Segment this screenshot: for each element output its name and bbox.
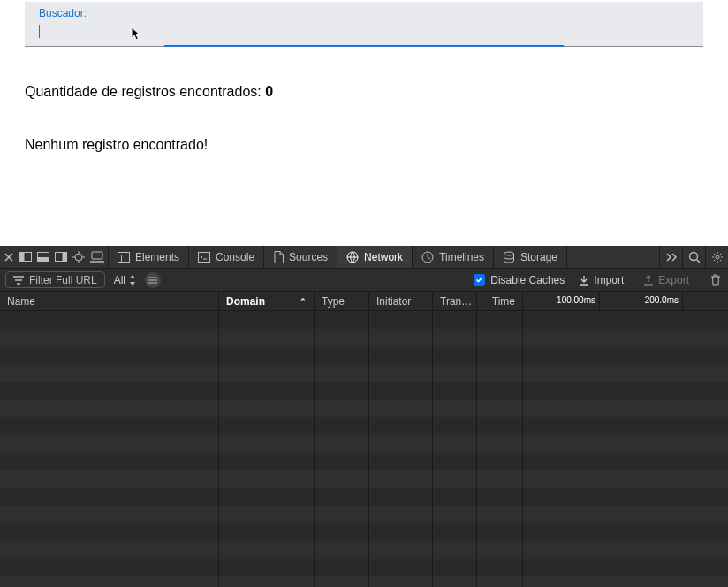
timeline-tick-label: 100.00ms [557, 295, 599, 305]
col-header-initiator[interactable]: Initiator [369, 292, 433, 310]
target-icon[interactable] [72, 251, 85, 263]
close-icon[interactable] [4, 252, 14, 263]
col-header-name[interactable]: Name [0, 292, 219, 310]
dock-right-icon[interactable] [55, 252, 67, 262]
tab-storage-label: Storage [520, 251, 557, 263]
disable-caches-toggle[interactable]: Disable Caches [474, 274, 565, 286]
devtools-panel: Elements Console Sources Network Timelin… [0, 246, 728, 587]
lines-icon [148, 277, 157, 284]
search-icon [688, 251, 701, 263]
table-row [0, 311, 728, 329]
table-row [0, 435, 728, 453]
tab-timelines-label: Timelines [439, 251, 484, 263]
network-table-body [0, 311, 728, 587]
dock-bottom-icon[interactable] [37, 252, 49, 262]
table-row [0, 576, 728, 587]
device-icon[interactable] [90, 251, 104, 263]
sort-asc-icon: ⌃ [300, 297, 307, 306]
filter-icon [13, 276, 24, 285]
sources-icon [273, 251, 284, 263]
export-button: Export [638, 274, 694, 286]
svg-rect-5 [63, 253, 67, 262]
export-label: Export [658, 274, 689, 286]
tab-sources-label: Sources [289, 251, 328, 263]
checkbox-checked-icon [474, 274, 485, 286]
svg-rect-9 [199, 252, 210, 262]
search-input[interactable] [39, 23, 689, 39]
table-row [0, 506, 728, 523]
tab-timelines[interactable]: Timelines [413, 246, 494, 268]
col-header-timeline: 100.00ms 200.0ms [523, 292, 728, 310]
svg-rect-1 [20, 253, 25, 262]
search-field-container[interactable]: Buscador: [25, 2, 703, 47]
timeline-tick [682, 292, 683, 310]
gear-icon [711, 251, 724, 263]
upload-icon [643, 275, 654, 286]
table-row [0, 400, 728, 417]
dock-left-icon[interactable] [19, 252, 32, 262]
tab-network-label: Network [364, 251, 403, 263]
table-row [0, 453, 728, 470]
chevron-double-right-icon [665, 252, 678, 263]
timelines-icon [421, 251, 434, 263]
table-row [0, 541, 728, 559]
overflow-button[interactable] [659, 246, 682, 269]
records-count-label: Quantidade de registros encontrados: [25, 84, 265, 99]
table-row [0, 364, 728, 382]
download-icon [579, 275, 589, 286]
table-row [0, 329, 728, 347]
network-filter-bar: Filter Full URL All Disable Caches Impor… [0, 269, 728, 292]
table-row [0, 382, 728, 400]
clear-button[interactable] [703, 274, 723, 286]
import-button[interactable]: Import [573, 274, 629, 286]
network-icon [346, 251, 359, 263]
empty-message: Nenhum registro encontrado! [25, 137, 703, 153]
elements-icon [118, 252, 130, 263]
svg-point-12 [504, 252, 514, 255]
tab-elements-label: Elements [135, 251, 179, 263]
settings-button[interactable] [705, 246, 728, 269]
col-header-type[interactable]: Type [315, 292, 369, 310]
filter-scope-label: All [114, 274, 125, 286]
timeline-tick-label: 200.0ms [645, 295, 682, 305]
tab-console-label: Console [216, 251, 254, 263]
devtools-right-controls [659, 246, 728, 268]
filter-scope-select[interactable]: All [114, 274, 136, 286]
text-caret [39, 25, 40, 38]
devtools-tabbar: Elements Console Sources Network Timelin… [0, 246, 728, 269]
col-header-time[interactable]: Time [477, 292, 523, 310]
table-row [0, 347, 728, 364]
records-count-value: 0 [265, 84, 273, 99]
svg-rect-8 [118, 252, 130, 262]
console-icon [198, 252, 210, 263]
import-label: Import [594, 274, 624, 286]
table-row [0, 559, 728, 576]
svg-rect-3 [38, 257, 49, 262]
svg-rect-7 [92, 252, 102, 259]
col-header-domain[interactable]: Domain⌃ [219, 292, 315, 310]
table-row [0, 523, 728, 541]
devtools-left-controls [0, 246, 109, 268]
disable-caches-label: Disable Caches [490, 274, 565, 286]
svg-point-6 [75, 254, 82, 261]
tab-network[interactable]: Network [337, 246, 413, 268]
tab-elements[interactable]: Elements [109, 246, 189, 268]
url-filter-placeholder: Filter Full URL [29, 274, 97, 286]
tab-console[interactable]: Console [189, 246, 264, 268]
tab-storage[interactable]: Storage [494, 246, 567, 268]
network-table-header: Name Domain⌃ Type Initiator Tran… Time 1… [0, 292, 728, 311]
tab-sources[interactable]: Sources [264, 246, 337, 268]
url-filter-input[interactable]: Filter Full URL [5, 271, 105, 288]
table-row [0, 417, 728, 435]
search-button[interactable] [682, 246, 705, 269]
search-label: Buscador: [39, 7, 689, 19]
table-row [0, 470, 728, 488]
records-count: Quantidade de registros encontrados: 0 [25, 84, 703, 100]
storage-icon [503, 251, 515, 263]
svg-point-14 [716, 255, 719, 259]
timeline-tick [599, 292, 600, 310]
col-header-transferred[interactable]: Tran… [433, 292, 477, 310]
svg-point-13 [689, 252, 697, 260]
app-content: Buscador: Quantidade de registros encont… [0, 2, 728, 153]
filter-group-button[interactable] [145, 272, 161, 288]
